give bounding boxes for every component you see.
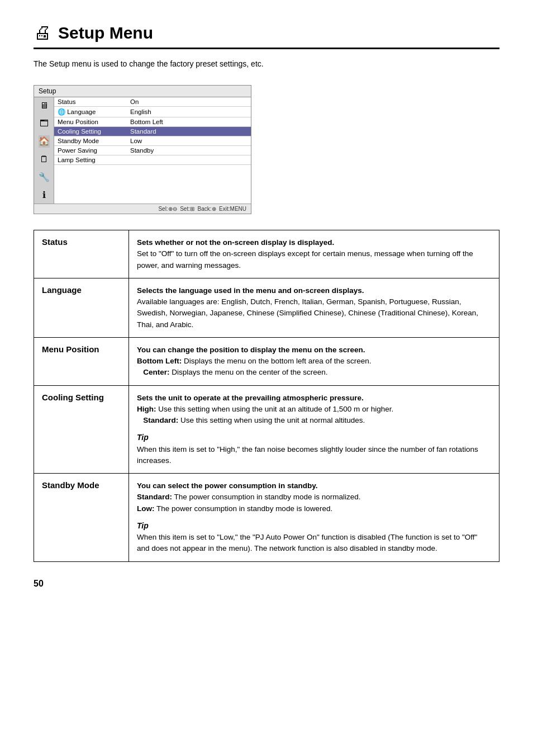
menu-row-standby: Standby Mode Low [54, 136, 251, 146]
cooling-tip-block: Tip When this item is set to "High," the… [137, 432, 491, 466]
menu-row-menuposition-label: Menu Position [58, 119, 130, 125]
menu-row-language: 🌐 Language English [54, 107, 251, 117]
cooling-tip-heading: Tip [137, 433, 149, 442]
menu-screenshot: Setup 🖥 🗔 🏠 🗒 🔧 ℹ Status On 🌐 Language E… [34, 85, 251, 214]
desc-cooling: Sets the unit to operate at the prevaili… [129, 385, 499, 474]
menu-footer: Sel:⊕⊖ Set:⊞ Back:⊕ Exit:MENU [34, 204, 251, 214]
menu-row-language-value: English [130, 108, 151, 115]
menu-rows: Status On 🌐 Language English Menu Positi… [54, 97, 251, 204]
table-row-standby: Standby Mode You can select the power co… [34, 474, 499, 562]
menu-icon-list: 🗒 [40, 153, 49, 166]
page-number: 50 [34, 579, 499, 589]
menu-icon-display: 🖥 [40, 100, 49, 112]
menu-icon-home: 🏠 [39, 135, 50, 148]
menu-row-status: Status On [54, 97, 251, 107]
menu-row-menuposition: Menu Position Bottom Left [54, 117, 251, 127]
term-standby: Standby Mode [34, 474, 129, 562]
menu-row-lampsetting-label: Lamp Setting [58, 157, 130, 163]
intro-text: The Setup menu is used to change the fac… [34, 59, 499, 68]
page-title: Setup Menu [58, 23, 153, 42]
menu-row-powersaving-value: Standby [130, 147, 154, 154]
menu-row-cooling-label: Cooling Setting [58, 128, 130, 135]
setup-icon: 🖨 [34, 22, 51, 43]
menu-row-language-label: 🌐 Language [58, 108, 130, 116]
menu-body: 🖥 🗔 🏠 🗒 🔧 ℹ Status On 🌐 Language English… [34, 97, 251, 204]
standby-tip-text: When this item is set to "Low," the "PJ … [137, 533, 477, 552]
content-table: Status Sets whether or not the on-screen… [34, 230, 499, 562]
menu-icon-info: ℹ [42, 189, 46, 201]
menu-row-cooling: Cooling Setting Standard [54, 127, 251, 136]
table-row-menuposition: Menu Position You can change the positio… [34, 337, 499, 385]
table-row-language: Language Selects the language used in th… [34, 278, 499, 337]
menu-row-standby-label: Standby Mode [58, 138, 130, 144]
table-row-status: Status Sets whether or not the on-screen… [34, 230, 499, 278]
menu-row-lampsetting: Lamp Setting [54, 155, 251, 165]
term-status: Status [34, 230, 129, 278]
menu-row-powersaving: Power Saving Standby [54, 146, 251, 155]
desc-menuposition: You can change the position to display t… [129, 337, 499, 385]
menu-row-powersaving-label: Power Saving [58, 147, 130, 154]
desc-status: Sets whether or not the on-screen displa… [129, 230, 499, 278]
term-menuposition: Menu Position [34, 337, 129, 385]
menu-row-standby-value: Low [130, 138, 142, 144]
term-language: Language [34, 278, 129, 337]
cooling-tip-text: When this item is set to "High," the fan… [137, 445, 478, 465]
menu-row-menuposition-value: Bottom Left [130, 119, 163, 125]
term-cooling: Cooling Setting [34, 385, 129, 474]
menu-icons-col: 🖥 🗔 🏠 🗒 🔧 ℹ [34, 97, 54, 204]
desc-standby: You can select the power consumption in … [129, 474, 499, 562]
standby-tip-block: Tip When this item is set to "Low," the … [137, 520, 491, 555]
page-header: 🖨 Setup Menu [34, 22, 499, 49]
menu-icon-tool: 🔧 [39, 171, 50, 183]
menu-row-status-label: Status [58, 98, 130, 105]
menu-row-status-value: On [130, 98, 139, 105]
menu-row-cooling-value: Standard [130, 128, 156, 135]
table-row-cooling: Cooling Setting Sets the unit to operate… [34, 385, 499, 474]
menu-title-bar: Setup [34, 86, 251, 97]
desc-language: Selects the language used in the menu an… [129, 278, 499, 337]
menu-icon-grid: 🗔 [40, 117, 49, 130]
standby-tip-heading: Tip [137, 521, 149, 530]
